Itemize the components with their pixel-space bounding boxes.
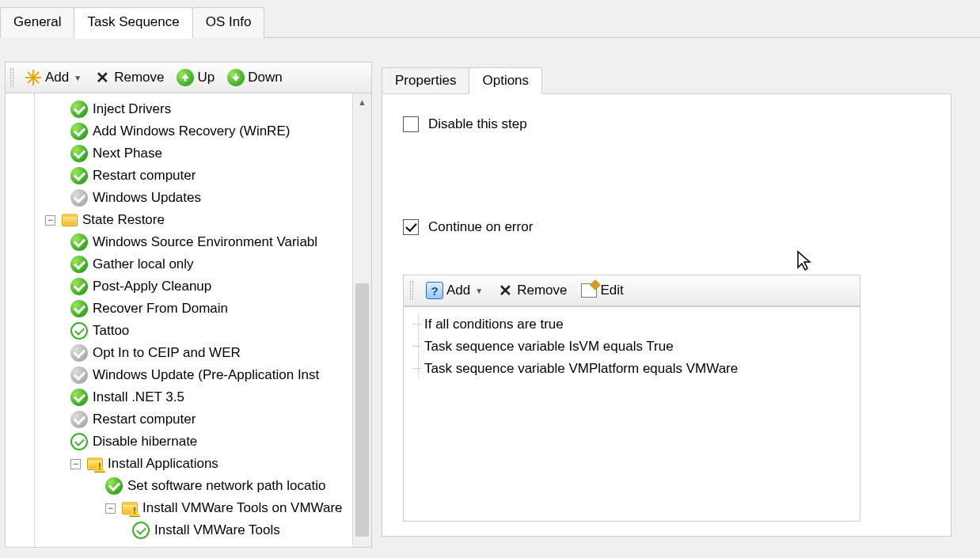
scroll-up-icon[interactable]: ▲ <box>353 93 371 111</box>
tree-node-label: Opt In to CEIP and WER <box>93 342 241 364</box>
tree-node[interactable]: Inject Drivers <box>21 98 371 120</box>
disable-step-checkbox[interactable] <box>403 116 419 132</box>
tab-task-sequence[interactable]: Task Sequence <box>74 7 192 39</box>
tree-node[interactable]: Windows Source Environment Variabl <box>21 231 371 253</box>
move-down-button[interactable]: Down <box>222 66 287 89</box>
tree-node[interactable]: Restart computer <box>21 408 371 431</box>
check-icon <box>70 123 88 140</box>
check-icon <box>70 233 88 251</box>
tree-node[interactable]: Set software network path locatio <box>21 475 371 497</box>
tree-node[interactable]: Recover From Domain <box>21 298 371 320</box>
tree-node-label: Tattoo <box>93 320 129 342</box>
top-tab-strip: General Task Sequence OS Info <box>0 0 980 38</box>
tree-node[interactable]: Opt In to CEIP and WER <box>21 342 371 364</box>
continue-on-error-label: Continue on error <box>428 219 533 235</box>
task-sequence-tree[interactable]: Inject DriversAdd Windows Recovery (WinR… <box>5 93 372 548</box>
conditions-list[interactable]: If all conditions are trueTask sequence … <box>403 306 860 522</box>
check-icon <box>105 477 123 495</box>
disable-step-label: Disable this step <box>428 116 527 132</box>
up-label: Up <box>197 70 215 85</box>
remove-label: Remove <box>114 70 164 85</box>
add-label: Add <box>45 70 69 85</box>
tree-node-label: Disable hibernate <box>93 431 197 453</box>
check-disabled-icon <box>70 366 88 384</box>
tree-node[interactable]: Install VMWare Tools <box>21 519 371 541</box>
tree-scrollbar[interactable]: ▲ <box>352 93 371 547</box>
tree-node-label: Next Phase <box>93 142 162 165</box>
dropdown-caret-icon: ▼ <box>475 287 483 295</box>
tree-node-label: Install VMWare Tools <box>154 519 280 541</box>
down-label: Down <box>248 70 282 85</box>
tree-node[interactable]: Windows Update (Pre-Application Inst <box>21 364 371 386</box>
add-condition-button[interactable]: ? Add ▼ <box>421 279 488 302</box>
condition-item[interactable]: If all conditions are true <box>424 313 849 336</box>
check-icon <box>70 256 88 273</box>
check-icon <box>70 145 88 162</box>
tree-node[interactable]: Tattoo <box>21 320 371 342</box>
check-icon <box>70 433 88 450</box>
check-disabled-icon <box>70 344 88 362</box>
star-icon <box>25 69 42 86</box>
tree-node-label: Restart computer <box>93 165 196 187</box>
toolbar-grip-icon <box>410 281 413 300</box>
tree-node[interactable]: Add Windows Recovery (WinRE) <box>21 120 371 142</box>
tree-node-label: Post-Apply Cleanup <box>93 275 211 298</box>
tree-node[interactable]: Disable hibernate <box>21 431 371 453</box>
edit-icon <box>581 283 597 298</box>
remove-step-button[interactable]: ✕ Remove <box>89 66 169 89</box>
collapse-icon[interactable] <box>105 503 116 514</box>
tree-node[interactable]: State Restore <box>21 209 371 231</box>
add-step-button[interactable]: Add ▼ <box>20 66 86 89</box>
tree-node-label: Windows Updates <box>93 187 201 209</box>
tree-node-label: Add Windows Recovery (WinRE) <box>93 120 290 142</box>
check-icon <box>70 167 88 184</box>
move-up-button[interactable]: Up <box>172 66 219 89</box>
folder-icon <box>62 214 78 226</box>
check-icon <box>70 101 88 118</box>
tree-node-label: Set software network path locatio <box>127 475 325 497</box>
tree-node[interactable]: Gather local only <box>21 253 371 275</box>
check-disabled-icon <box>70 411 88 428</box>
dropdown-caret-icon: ▼ <box>74 74 82 82</box>
arrow-up-icon <box>177 69 194 86</box>
check-icon <box>70 389 88 406</box>
tab-os-info[interactable]: OS Info <box>192 7 265 38</box>
tree-node-label: Gather local only <box>93 253 194 275</box>
scroll-thumb[interactable] <box>355 283 369 537</box>
tree-node[interactable]: Install .NET 3.5 <box>21 386 371 408</box>
tree-node[interactable]: Install VMWare Tools on VMWare <box>21 497 371 519</box>
tree-node[interactable]: Windows Updates <box>21 187 371 209</box>
arrow-down-icon <box>227 69 245 86</box>
tab-general[interactable]: General <box>0 7 74 38</box>
check-icon <box>70 278 88 295</box>
collapse-icon[interactable] <box>45 215 55 226</box>
tree-node[interactable]: Restart computer <box>21 165 371 187</box>
tree-node-label: State Restore <box>82 209 165 231</box>
edit-condition-button[interactable]: Edit <box>576 280 628 301</box>
edit-condition-label: Edit <box>600 283 623 298</box>
check-disabled-icon <box>70 189 88 207</box>
remove-condition-button[interactable]: ✕ Remove <box>492 279 572 302</box>
tree-node[interactable]: Next Phase <box>21 142 371 165</box>
tab-properties[interactable]: Properties <box>382 67 469 93</box>
tree-node[interactable]: Post-Apply Cleanup <box>21 275 371 298</box>
folder-icon <box>122 502 138 514</box>
tree-node-label: Windows Update (Pre-Application Inst <box>93 364 319 386</box>
sequence-toolbar: Add ▼ ✕ Remove Up Down <box>5 62 372 93</box>
tab-options[interactable]: Options <box>469 67 542 94</box>
tree-node[interactable]: Install Applications <box>21 453 371 475</box>
tree-node-label: Install .NET 3.5 <box>93 386 184 408</box>
check-icon <box>70 322 88 340</box>
folder-icon <box>87 457 103 470</box>
check-icon <box>132 522 150 539</box>
condition-item[interactable]: Task sequence variable VMPlatform equals… <box>424 358 849 380</box>
tree-node-label: Restart computer <box>93 408 196 431</box>
tree-node-label: Install VMWare Tools on VMWare <box>142 497 343 519</box>
check-icon <box>70 300 88 317</box>
collapse-icon[interactable] <box>70 459 81 469</box>
x-icon: ✕ <box>497 281 514 300</box>
condition-item[interactable]: Task sequence variable IsVM equals True <box>424 336 849 358</box>
remove-condition-label: Remove <box>517 283 567 298</box>
continue-on-error-checkbox[interactable] <box>403 219 419 235</box>
tree-node-label: Install Applications <box>108 453 218 475</box>
